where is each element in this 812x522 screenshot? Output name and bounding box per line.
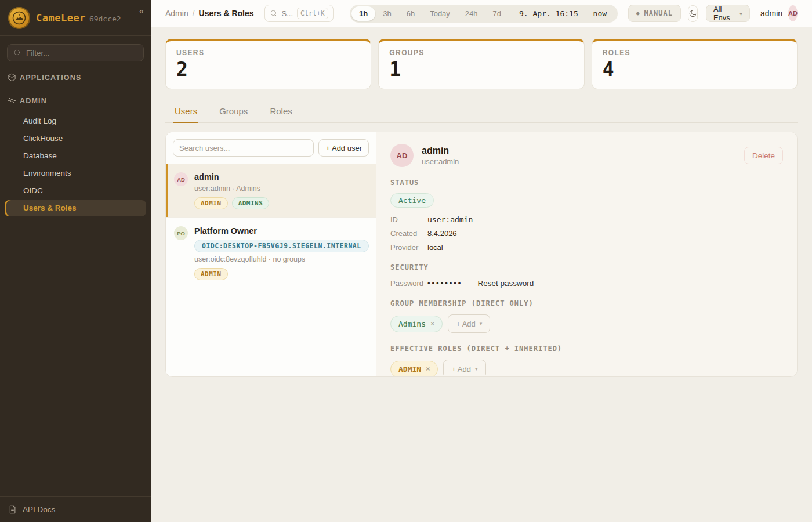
time-range-control: 1h 3h 6h Today 24h 7d 9. Apr. 16:15 — no…: [350, 5, 618, 23]
field-label-id: ID: [390, 215, 427, 224]
reset-password-link[interactable]: Reset password: [477, 279, 534, 288]
user-search-input[interactable]: [173, 139, 314, 157]
app-title: CameLeer: [36, 12, 86, 24]
moon-icon: [688, 9, 697, 18]
field-value-provider: local: [427, 243, 443, 252]
refresh-mode-label: MANUAL: [644, 9, 673, 17]
chevron-down-icon: ▾: [480, 321, 483, 327]
range-from: 9. Apr. 16:15: [519, 9, 578, 18]
time-range-display[interactable]: 9. Apr. 16:15 — now: [509, 9, 616, 18]
user-list-item-admin[interactable]: AD admin user:admin · Admins ADMIN ADMIN…: [166, 164, 376, 217]
user-avatar[interactable]: AD: [788, 5, 798, 21]
breadcrumb-current: Users & Roles: [199, 9, 254, 18]
detail-user-id: user:admin: [422, 157, 459, 166]
password-label: Password: [390, 279, 427, 288]
stat-card-groups: GROUPS 1: [378, 39, 584, 89]
build-hash: 69dcce2: [89, 14, 121, 23]
effective-roles-heading: EFFECTIVE ROLES (DIRECT + INHERITED): [390, 345, 783, 353]
environment-selected: All Envs: [713, 5, 740, 22]
range-dash-icon: —: [583, 9, 588, 18]
range-24h[interactable]: 24h: [458, 6, 485, 21]
group-chip-admins: Admins ×: [390, 316, 443, 332]
group-membership-heading: GROUP MEMBERSHIP (DIRECT ONLY): [390, 299, 783, 307]
stat-value: 2: [176, 58, 360, 81]
sidebar-item-users-roles[interactable]: Users & Roles: [5, 200, 146, 216]
delete-user-button[interactable]: Delete: [744, 147, 783, 164]
field-label-provider: Provider: [390, 243, 427, 252]
oidc-badge: OIDC:DESKTOP-FB5VGJ9.SIEGELN.INTERNAL: [194, 240, 369, 252]
environment-select[interactable]: All Envs ▾: [706, 5, 750, 22]
stat-card-roles: ROLES 4: [592, 39, 798, 89]
user-subtext: user:admin · Admins: [194, 184, 269, 193]
range-7d[interactable]: 7d: [485, 6, 509, 21]
range-3h[interactable]: 3h: [375, 6, 398, 21]
admin-section-heading: ADMIN: [0, 90, 151, 111]
sidebar-filter-input[interactable]: [26, 49, 137, 57]
role-chip-admin: ADMIN ×: [390, 361, 438, 378]
range-today[interactable]: Today: [422, 6, 458, 21]
refresh-mode-button[interactable]: ● MANUAL: [628, 5, 681, 22]
range-1h[interactable]: 1h: [351, 6, 375, 21]
breadcrumb: Admin / Users & Roles: [165, 9, 254, 18]
add-user-button[interactable]: + Add user: [318, 139, 369, 157]
top-header: Admin / Users & Roles S... Ctrl+K 1h 3h …: [151, 0, 812, 27]
avatar: AD: [174, 172, 188, 186]
status-dot-icon: ●: [636, 10, 640, 16]
password-dots: ••••••••: [427, 279, 462, 288]
cameleer-logo-icon: [8, 7, 30, 29]
tab-roles[interactable]: Roles: [269, 102, 293, 122]
search-shortcut: Ctrl+K: [297, 8, 328, 19]
api-docs-link[interactable]: API Docs: [0, 496, 151, 522]
tabs: Users Groups Roles: [165, 102, 798, 123]
stat-value: 1: [389, 58, 573, 81]
user-list-item-platform-owner[interactable]: PO Platform Owner OIDC:DESKTOP-FB5VGJ9.S…: [166, 217, 376, 288]
stat-label: GROUPS: [389, 49, 573, 57]
breadcrumb-admin[interactable]: Admin: [165, 9, 188, 18]
brand[interactable]: CameLeer69dcce2 «: [0, 0, 151, 36]
theme-toggle-button[interactable]: [688, 5, 698, 22]
avatar: AD: [390, 144, 414, 167]
sidebar-divider: [0, 89, 151, 89]
status-badge: Active: [390, 193, 434, 208]
sidebar-item-database[interactable]: Database: [5, 148, 146, 164]
range-6h[interactable]: 6h: [399, 6, 422, 21]
sidebar-item-audit-log[interactable]: Audit Log: [5, 113, 146, 129]
user-name: Platform Owner: [194, 225, 369, 237]
global-search-button[interactable]: S... Ctrl+K: [264, 5, 334, 22]
search-icon: [13, 49, 21, 57]
add-group-button[interactable]: + Add ▾: [448, 314, 490, 333]
tab-users[interactable]: Users: [173, 102, 198, 123]
cube-icon: [8, 73, 16, 82]
role-badge: ADMIN: [194, 268, 228, 280]
field-label-created: Created: [390, 229, 427, 238]
add-role-button[interactable]: + Add ▾: [443, 360, 485, 377]
sidebar-item-oidc[interactable]: OIDC: [5, 183, 146, 199]
range-to: now: [593, 9, 607, 18]
remove-role-icon[interactable]: ×: [426, 365, 430, 373]
document-icon: [8, 505, 17, 514]
gear-icon: [8, 96, 16, 105]
search-icon: [270, 9, 278, 17]
group-badge: ADMINS: [232, 197, 270, 209]
detail-fields: ID user:admin Created 8.4.2026 Provider …: [390, 215, 783, 252]
sidebar-collapse-icon[interactable]: «: [139, 6, 144, 16]
field-value-created: 8.4.2026: [427, 229, 457, 238]
sidebar-item-clickhouse[interactable]: ClickHouse: [5, 130, 146, 147]
sidebar: CameLeer69dcce2 « APPLICATIONS ADMIN Aud…: [0, 0, 151, 522]
stats-row: USERS 2 GROUPS 1 ROLES 4: [165, 39, 798, 89]
field-value-id: user:admin: [427, 215, 473, 224]
user-subtext: user:oidc:8evzqofluhld · no groups: [194, 255, 369, 263]
chevron-down-icon: ▾: [740, 10, 742, 17]
stat-label: ROLES: [603, 49, 786, 57]
tab-groups[interactable]: Groups: [218, 102, 249, 122]
sidebar-item-environments[interactable]: Environments: [5, 165, 146, 182]
header-username: admin: [760, 9, 782, 18]
remove-group-icon[interactable]: ×: [430, 320, 434, 328]
status-heading: STATUS: [390, 179, 783, 187]
avatar: PO: [174, 226, 188, 240]
sidebar-filter[interactable]: [7, 44, 144, 61]
search-label: S...: [282, 9, 293, 18]
chevron-down-icon: ▾: [475, 366, 478, 372]
applications-section-heading: APPLICATIONS: [0, 67, 151, 88]
role-badge: ADMIN: [194, 197, 228, 209]
